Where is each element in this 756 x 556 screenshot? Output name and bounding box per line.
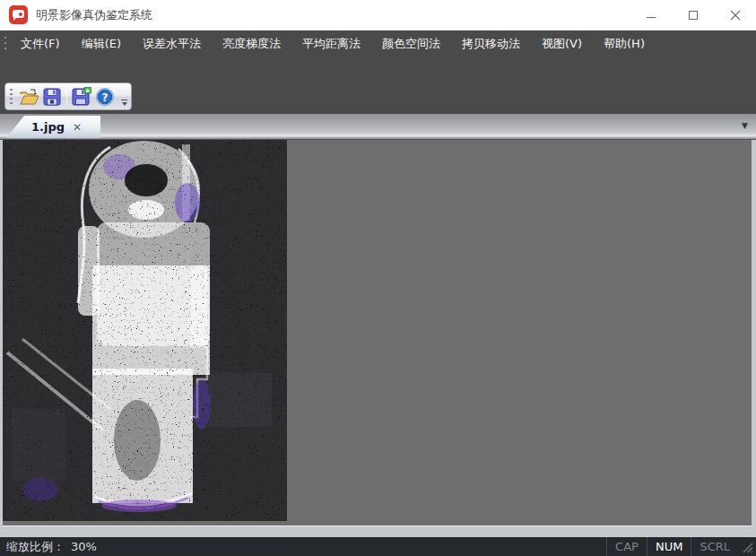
caps-lock-indicator: CAP <box>606 537 647 556</box>
toolbar: ? <box>4 83 132 110</box>
menu-item-average-distance[interactable]: 平均距离法 <box>291 31 371 56</box>
menu-item-copy-move[interactable]: 拷贝移动法 <box>451 31 531 56</box>
toolbar-separator <box>66 88 67 106</box>
document-tab-bar: 1.jpg ✕ ▼ <box>0 114 756 139</box>
save-as-button[interactable] <box>70 85 93 109</box>
app-window: 明景影像真伪鉴定系统 文件(F) 编辑(E) 误差水平法 亮度梯度法 平均距离法… <box>0 0 756 556</box>
menu-item-view[interactable]: 视图(V) <box>531 31 593 56</box>
minimize-icon <box>646 10 656 21</box>
save-icon <box>43 88 61 106</box>
menu-bar: 文件(F) 编辑(E) 误差水平法 亮度梯度法 平均距离法 颜色空间法 拷贝移动… <box>0 30 756 57</box>
tab-label: 1.jpg <box>31 120 65 134</box>
tab-close-icon[interactable]: ✕ <box>73 122 82 133</box>
close-icon <box>730 10 741 21</box>
help-button[interactable]: ? <box>93 85 117 109</box>
num-lock-indicator: NUM <box>647 537 691 556</box>
maximize-button[interactable] <box>672 0 714 30</box>
title-bar: 明景影像真伪鉴定系统 <box>0 0 756 30</box>
zoom-ratio-label: 缩放比例： <box>6 539 65 555</box>
window-title: 明景影像真伪鉴定系统 <box>36 7 152 23</box>
menu-grip-handle[interactable] <box>4 37 7 51</box>
minimize-button[interactable] <box>630 0 672 30</box>
toolbar-overflow-icon[interactable] <box>120 100 128 106</box>
toolbar-band: ? <box>0 57 756 114</box>
open-file-button[interactable] <box>17 85 40 109</box>
scroll-lock-indicator: SCRL <box>691 537 738 556</box>
tab-1jpg[interactable]: 1.jpg ✕ <box>6 116 100 138</box>
svg-text:?: ? <box>102 91 109 103</box>
app-logo-icon <box>9 5 28 24</box>
status-bar: 缩放比例： 30% CAP NUM SCRL <box>0 537 756 556</box>
menu-item-luminance-gradient[interactable]: 亮度梯度法 <box>212 31 291 56</box>
maximize-icon <box>688 10 699 21</box>
resize-grip-handle[interactable] <box>738 537 756 556</box>
tab-list-dropdown-icon[interactable]: ▼ <box>742 122 748 130</box>
save-as-icon <box>72 87 91 106</box>
menu-item-color-space[interactable]: 颜色空间法 <box>371 31 451 56</box>
help-icon: ? <box>95 87 115 107</box>
menu-item-error-level[interactable]: 误差水平法 <box>132 31 212 56</box>
save-button[interactable] <box>40 85 64 109</box>
ela-noise-image <box>3 140 287 521</box>
image-viewer[interactable] <box>3 140 752 526</box>
menu-item-file[interactable]: 文件(F) <box>10 31 71 56</box>
open-folder-icon <box>19 88 39 106</box>
menu-item-edit[interactable]: 编辑(E) <box>71 31 132 56</box>
menu-item-help[interactable]: 帮助(H) <box>593 31 656 56</box>
viewer-frame <box>0 139 756 537</box>
resize-grip-icon <box>742 542 754 554</box>
zoom-ratio-value: 30% <box>71 540 97 553</box>
window-controls <box>630 0 756 30</box>
keyboard-indicators: CAP NUM SCRL <box>606 537 756 556</box>
toolbar-grip-handle[interactable] <box>10 89 13 105</box>
close-button[interactable] <box>714 0 756 30</box>
